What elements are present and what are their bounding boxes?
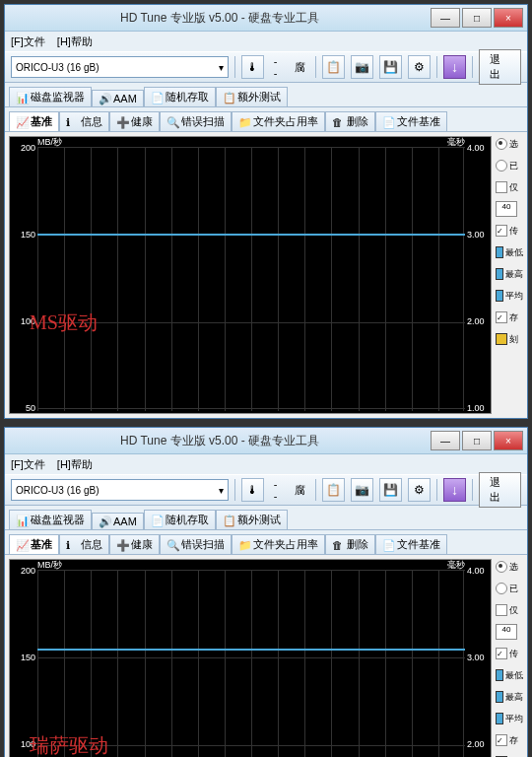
tab-extra-tests[interactable]: 📋额外测试 <box>216 87 288 106</box>
tab-disk-monitor[interactable]: 📊磁盘监视器 <box>9 510 92 529</box>
menu-help[interactable]: [H]帮助 <box>57 457 93 472</box>
radio-read[interactable] <box>496 138 507 150</box>
hdtune-window-2: HD Tune 专业版 v5.00 - 硬盘专业工具 — □ × [F]文件 [… <box>4 427 528 757</box>
tab-extra-tests[interactable]: 📋额外测试 <box>216 510 288 529</box>
check-access[interactable] <box>496 734 507 746</box>
separator <box>315 479 316 501</box>
tab-erase[interactable]: 🗑删除 <box>325 111 375 131</box>
random-icon: 📄 <box>151 515 163 526</box>
separator <box>436 56 437 78</box>
titlebar[interactable]: HD Tune 专业版 v5.00 - 硬盘专业工具 — □ × <box>5 428 527 454</box>
overlay-label-1: MS驱动 <box>30 310 98 336</box>
tab-error-scan[interactable]: 🔍错误扫描 <box>160 534 232 554</box>
start-button[interactable]: ↓ <box>443 478 466 502</box>
scan-icon: 🔍 <box>166 116 178 128</box>
y-axis-left: 200 150 100 50 <box>12 143 37 413</box>
tab-disk-monitor[interactable]: 📊磁盘监视器 <box>9 87 92 106</box>
tab-aam[interactable]: 🔊AAM <box>92 90 144 106</box>
minimize-button[interactable]: — <box>431 431 460 450</box>
menu-help[interactable]: [H]帮助 <box>57 34 93 49</box>
tab-info[interactable]: ℹ信息 <box>59 111 109 131</box>
color-access-icon <box>496 333 507 345</box>
tab-random-access[interactable]: 📄随机存取 <box>144 510 216 529</box>
window-title: HD Tune 专业版 v5.00 - 硬盘专业工具 <box>9 10 431 27</box>
tab-info[interactable]: ℹ信息 <box>59 534 109 554</box>
benchmark-chart: MB/秒 毫秒 200 150 100 50 4.00 3.00 2.00 1.… <box>9 136 492 414</box>
hdtune-window-1: HD Tune 专业版 v5.00 - 硬盘专业工具 — □ × [F]文件 [… <box>4 4 528 419</box>
options-icon[interactable]: ⚙ <box>408 55 431 79</box>
copy-icon[interactable]: 📋 <box>322 478 345 502</box>
exit-button[interactable]: 退出 <box>479 472 521 508</box>
info-icon: ℹ <box>66 539 78 551</box>
menubar: [F]文件 [H]帮助 <box>5 454 527 474</box>
start-button[interactable]: ↓ <box>443 55 466 79</box>
check-only[interactable] <box>496 181 507 193</box>
tab-folder-usage[interactable]: 📁文件夹占用率 <box>232 111 325 131</box>
menu-file[interactable]: [F]文件 <box>11 34 45 49</box>
exit-button[interactable]: 退出 <box>479 49 521 85</box>
extra-icon: 📋 <box>223 515 234 526</box>
side-panel: 选 已 仅 40 传 最低 最高 平均 存 刻 <box>492 136 523 414</box>
screenshot-icon[interactable]: 📷 <box>351 55 373 79</box>
extra-icon: 📋 <box>223 92 234 103</box>
radio-read[interactable] <box>496 561 507 573</box>
drive-select[interactable]: ORICO-U3 (16 gB) ▾ <box>11 479 229 501</box>
check-transfer[interactable] <box>496 648 507 659</box>
menu-file[interactable]: [F]文件 <box>11 457 45 472</box>
chart-grid <box>37 570 465 757</box>
separator <box>315 56 316 78</box>
maximize-button[interactable]: □ <box>462 8 492 28</box>
check-access[interactable] <box>496 311 507 323</box>
separator <box>234 479 235 501</box>
color-min-icon <box>496 246 503 258</box>
close-button[interactable]: × <box>494 8 523 28</box>
options-icon[interactable]: ⚙ <box>408 478 431 502</box>
thermometer-icon[interactable]: 🌡 <box>241 478 264 502</box>
health-icon: ➕ <box>116 539 128 551</box>
temp-value: -- <box>274 55 281 79</box>
separator <box>234 56 235 78</box>
save-icon[interactable]: 💾 <box>379 55 402 79</box>
toolbar: ORICO-U3 (16 gB) ▾ 🌡 -- 腐 📋 📷 💾 ⚙ ↓ 退出 <box>5 474 527 506</box>
tab-aam[interactable]: 🔊AAM <box>92 513 144 529</box>
health-icon: ➕ <box>116 116 128 128</box>
tab-health[interactable]: ➕健康 <box>109 111 160 131</box>
tab-random-access[interactable]: 📄随机存取 <box>144 87 216 106</box>
separator <box>472 56 473 78</box>
drive-select-value: ORICO-U3 (16 gB) <box>16 62 99 73</box>
tab-benchmark[interactable]: 📈基准 <box>9 111 59 131</box>
separator <box>436 479 437 501</box>
radio-write[interactable] <box>496 583 507 594</box>
tab-benchmark[interactable]: 📈基准 <box>9 534 59 554</box>
tab-file-benchmark[interactable]: 📄文件基准 <box>375 111 447 131</box>
transfer-rate-line <box>37 234 465 236</box>
titlebar[interactable]: HD Tune 专业版 v5.00 - 硬盘专业工具 — □ × <box>5 5 527 32</box>
tab-folder-usage[interactable]: 📁文件夹占用率 <box>232 534 325 554</box>
content-area: MB/秒 毫秒 200 150 100 50 4.00 3.00 2.00 1.… <box>5 132 527 418</box>
tab-file-benchmark[interactable]: 📄文件基准 <box>375 534 447 554</box>
color-avg-icon <box>496 290 503 302</box>
tab-erase[interactable]: 🗑删除 <box>325 534 375 554</box>
close-button[interactable]: × <box>494 431 523 450</box>
value-box[interactable]: 40 <box>496 201 517 217</box>
drive-select[interactable]: ORICO-U3 (16 gB) ▾ <box>11 56 229 78</box>
radio-write[interactable] <box>496 160 507 172</box>
separator <box>472 479 473 501</box>
screenshot-icon[interactable]: 📷 <box>351 478 373 502</box>
color-min-icon <box>496 669 503 681</box>
color-max-icon <box>496 691 503 703</box>
info-icon: ℹ <box>66 116 78 128</box>
check-transfer[interactable] <box>496 225 507 237</box>
content-area: MB/秒 毫秒 200 150 100 50 4.00 3.00 2.00 1.… <box>5 555 527 757</box>
check-only[interactable] <box>496 604 507 616</box>
copy-icon[interactable]: 📋 <box>322 55 345 79</box>
save-icon[interactable]: 💾 <box>379 478 402 502</box>
tab-error-scan[interactable]: 🔍错误扫描 <box>160 111 232 131</box>
value-box[interactable]: 40 <box>496 624 517 640</box>
thermometer-icon[interactable]: 🌡 <box>241 55 264 79</box>
tab-health[interactable]: ➕健康 <box>109 534 160 554</box>
minimize-button[interactable]: — <box>431 8 460 28</box>
folder-icon: 📁 <box>238 539 250 551</box>
tab-row-2: 📈基准 ℹ信息 ➕健康 🔍错误扫描 📁文件夹占用率 🗑删除 📄文件基准 <box>5 107 527 132</box>
maximize-button[interactable]: □ <box>462 431 492 450</box>
